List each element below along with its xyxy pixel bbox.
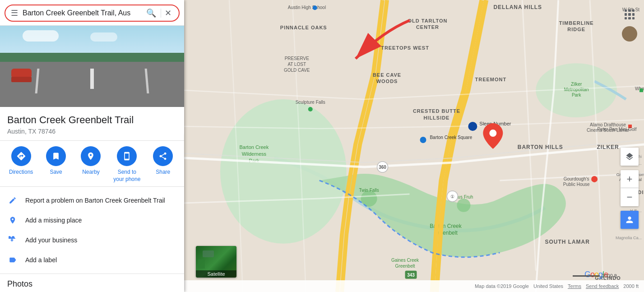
svg-rect-43 xyxy=(639,88,643,92)
grid-dot xyxy=(632,17,635,19)
search-icon[interactable]: 🔍 xyxy=(144,8,159,18)
send-to-phone-button[interactable]: Send to your phone xyxy=(112,146,142,183)
svg-text:GOLD CAVE: GOLD CAVE xyxy=(284,68,310,73)
user-avatar[interactable] xyxy=(622,26,637,42)
svg-text:CRESTED BUTTE: CRESTED BUTTE xyxy=(413,108,460,114)
left-panel: ☰ Barton Creek Greenbelt Trail, Aus 🔍 ✕ … xyxy=(0,0,184,292)
map-terms-text[interactable]: Terms xyxy=(568,283,581,289)
zoom-out-button[interactable]: − xyxy=(621,188,639,206)
svg-text:Barton Creek: Barton Creek xyxy=(240,144,269,150)
red-car xyxy=(11,69,32,82)
svg-text:Zilker: Zilker xyxy=(571,82,582,87)
share-button[interactable]: Share xyxy=(149,146,176,183)
svg-text:343: 343 xyxy=(407,273,415,278)
svg-point-9 xyxy=(457,199,470,212)
apps-grid-icon[interactable] xyxy=(621,5,639,23)
map-data-text: Map data ©2019 Google xyxy=(475,283,529,289)
svg-text:DELLANA HILLS: DELLANA HILLS xyxy=(493,4,542,10)
svg-text:Magnolia Ca...: Magnolia Ca... xyxy=(616,236,642,240)
zoom-in-button[interactable]: + xyxy=(621,170,639,188)
add-label-item[interactable]: Add a label xyxy=(0,250,184,270)
svg-text:OLD TARLTON: OLD TARLTON xyxy=(408,18,448,23)
satellite-thumbnail[interactable]: Satellite xyxy=(196,246,236,278)
svg-point-49 xyxy=(591,176,598,182)
save-icon xyxy=(46,146,66,166)
share-label: Share xyxy=(156,169,170,176)
search-query-text: Barton Creek Greenbelt Trail, Aus xyxy=(23,9,144,17)
svg-text:BARTON HILLS: BARTON HILLS xyxy=(518,144,563,150)
map-region-text: United States xyxy=(533,283,563,289)
search-input-wrapper[interactable]: ☰ Barton Creek Greenbelt Trail, Aus 🔍 ✕ xyxy=(5,5,180,22)
grid-dot xyxy=(625,13,627,15)
save-button[interactable]: Save xyxy=(42,146,69,183)
nearby-button[interactable]: Nearby xyxy=(77,146,104,183)
hamburger-icon[interactable]: ☰ xyxy=(11,8,18,18)
map-zoom-controls: + − xyxy=(621,148,639,229)
add-business-item[interactable]: Add your business xyxy=(0,230,184,250)
svg-point-1 xyxy=(220,99,347,244)
svg-point-58 xyxy=(489,130,496,137)
add-label-text: Add a label xyxy=(25,256,57,264)
send-to-phone-icon xyxy=(117,146,137,166)
svg-text:RIDGE: RIDGE xyxy=(567,27,585,32)
add-business-text: Add your business xyxy=(25,236,77,244)
svg-text:Barton Creek Square: Barton Creek Square xyxy=(430,135,472,140)
directions-button[interactable]: Directions xyxy=(8,146,35,183)
svg-text:BEE CAVE: BEE CAVE xyxy=(373,72,401,78)
svg-text:Greenbelt: Greenbelt xyxy=(395,264,415,269)
report-problem-text: Report a problem on Barton Creek Greenbe… xyxy=(25,197,165,204)
zoom-control-group: + − xyxy=(621,170,639,206)
nearby-label: Nearby xyxy=(82,169,100,176)
add-label-icon xyxy=(7,255,18,265)
svg-text:①: ① xyxy=(450,194,454,199)
grid-dot xyxy=(625,17,627,19)
svg-text:Gaines Creek: Gaines Creek xyxy=(391,258,419,263)
svg-text:Gourdough's: Gourdough's xyxy=(564,176,589,181)
scale-bar-line xyxy=(573,275,600,277)
send-to-phone-label: Send to your phone xyxy=(112,169,142,183)
directions-label: Directions xyxy=(9,169,33,176)
map-area[interactable]: Barton Creek Wilderness Park Barton Cree… xyxy=(184,0,644,292)
photos-section: Photos xyxy=(0,274,184,292)
svg-text:PINNACLE OAKS: PINNACLE OAKS xyxy=(280,25,327,30)
photos-title: Photos xyxy=(7,279,177,289)
svg-text:SOUTH LAMAR: SOUTH LAMAR xyxy=(545,239,589,245)
grid-dot xyxy=(625,9,627,12)
layers-button[interactable] xyxy=(621,148,639,166)
svg-text:CENTER: CENTER xyxy=(416,24,439,30)
share-icon xyxy=(153,146,173,166)
divider xyxy=(161,9,161,18)
svg-text:Peter Pan Mini-Golf: Peter Pan Mini-Golf xyxy=(597,127,636,132)
map-scale-text: 2000 ft xyxy=(623,283,639,289)
map-feedback-text[interactable]: Send feedback xyxy=(586,283,619,289)
street-view-image[interactable] xyxy=(0,26,184,107)
street-view-button[interactable] xyxy=(621,211,639,229)
grid-dot xyxy=(628,13,630,15)
cloud-1 xyxy=(23,30,59,42)
grid-dot xyxy=(628,17,630,19)
svg-text:TREETOPS WEST: TREETOPS WEST xyxy=(381,45,429,51)
svg-point-52 xyxy=(308,107,313,111)
nearby-icon xyxy=(81,146,101,166)
svg-text:Wilderness: Wilderness xyxy=(242,151,267,157)
report-problem-icon xyxy=(7,195,18,206)
report-problem-item[interactable]: Report a problem on Barton Creek Greenbe… xyxy=(0,190,184,210)
svg-text:360: 360 xyxy=(379,165,386,170)
svg-text:PRESERVE: PRESERVE xyxy=(285,56,310,61)
grid-dot xyxy=(632,9,635,12)
map-controls xyxy=(621,5,639,42)
place-address: Austin, TX 78746 xyxy=(7,128,177,135)
svg-point-56 xyxy=(420,137,426,143)
add-missing-place-item[interactable]: Add a missing place xyxy=(0,210,184,230)
grid-dot xyxy=(628,9,630,12)
place-info: Barton Creek Greenbelt Trail Austin, TX … xyxy=(0,107,184,141)
svg-text:ZILKER: ZILKER xyxy=(597,144,619,150)
close-icon[interactable]: ✕ xyxy=(163,8,173,18)
menu-items: Report a problem on Barton Creek Greenbe… xyxy=(0,187,184,274)
svg-text:Sculpture Falls: Sculpture Falls xyxy=(296,100,325,105)
svg-text:AT LOST: AT LOST xyxy=(287,62,306,67)
map-svg: Barton Creek Wilderness Park Barton Cree… xyxy=(184,0,644,292)
directions-icon xyxy=(11,146,31,166)
satellite-label: Satellite xyxy=(196,270,236,278)
svg-point-41 xyxy=(313,5,317,10)
